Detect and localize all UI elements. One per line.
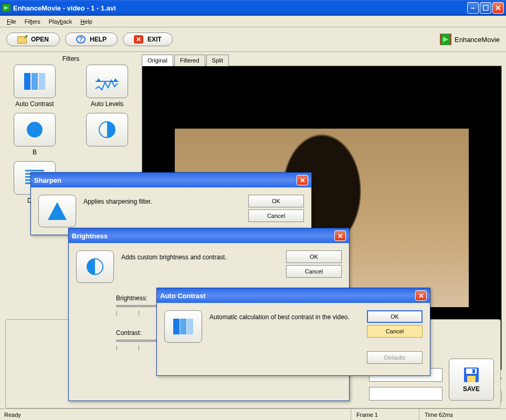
dialog-sharpen-title: Sharpen: [34, 176, 61, 184]
tab-filtered[interactable]: Filtered: [174, 55, 205, 66]
bars-icon: [172, 317, 195, 337]
dialog-autocontrast-close[interactable]: ✕: [415, 290, 427, 301]
status-frame: Frame 1: [351, 409, 419, 420]
menu-bar: File Filters Playback Help: [0, 16, 506, 27]
exit-icon: ✕: [134, 35, 143, 44]
tab-split[interactable]: Split: [206, 55, 229, 66]
autocontrast-icon-box: [164, 310, 202, 343]
filter-auto-contrast-button[interactable]: [14, 65, 56, 98]
menu-help[interactable]: Help: [76, 17, 97, 26]
dialog-brightness-desc: Adds custom brightness and contrast.: [121, 250, 279, 283]
autocontrast-defaults-button: Defaults: [367, 351, 423, 364]
help-label: HELP: [90, 36, 107, 43]
filter-contrast-button[interactable]: [86, 113, 128, 146]
filter-label: B: [33, 149, 37, 156]
dialog-sharpen-titlebar[interactable]: Sharpen ✕: [31, 173, 311, 187]
input-field-2[interactable]: [369, 387, 442, 401]
minimize-button[interactable]: –: [467, 2, 479, 14]
filter-auto-levels-button[interactable]: [86, 65, 128, 98]
tick: |: [138, 310, 139, 316]
save-button[interactable]: SAVE: [449, 359, 494, 401]
half-circle-icon: [94, 119, 120, 140]
svg-rect-2: [39, 73, 45, 90]
status-bar: Ready Frame 1 Time 62ms: [0, 408, 506, 420]
dialog-autocontrast-desc: Automatic calculation of best contrast i…: [209, 310, 360, 364]
dialog-autocontrast: Auto Contrast ✕ Automatic calculation of…: [156, 288, 430, 376]
exit-label: EXIT: [147, 36, 162, 43]
brightness-ok-button[interactable]: OK: [286, 250, 342, 263]
sharpen-cancel-button[interactable]: Cancel: [248, 209, 304, 222]
close-button[interactable]: ✕: [492, 2, 504, 14]
brand-label: EnhanceMovie: [455, 36, 500, 44]
svg-rect-19: [173, 319, 180, 334]
save-icon: [463, 366, 480, 383]
brightness-icon-box: [76, 250, 114, 283]
open-button[interactable]: OPEN: [6, 33, 60, 46]
dialog-brightness-close[interactable]: ✕: [334, 230, 346, 241]
menu-playback[interactable]: Playback: [45, 17, 77, 26]
levels-icon: [94, 71, 120, 92]
open-label: OPEN: [31, 36, 49, 43]
svg-marker-5: [113, 78, 118, 81]
window-title: EnhanceMovie - video - 1 - 1.avi: [13, 4, 467, 12]
filter-brightness-button[interactable]: [14, 113, 56, 146]
toolbar: OPEN ? HELP ✕ EXIT EnhanceMovie: [0, 27, 506, 52]
half-circle-icon: [83, 257, 107, 277]
dialog-autocontrast-titlebar[interactable]: Auto Contrast ✕: [157, 288, 430, 303]
sharpen-icon-box: [38, 195, 76, 227]
filter-label: Auto Contrast: [15, 100, 54, 108]
svg-rect-0: [24, 73, 30, 90]
tick: |: [138, 345, 139, 350]
sharpen-ok-button[interactable]: OK: [248, 195, 304, 207]
dialog-sharpen-close[interactable]: ✕: [297, 175, 308, 185]
svg-rect-1: [31, 73, 38, 90]
app-icon: [2, 4, 10, 12]
brand-icon: [440, 34, 451, 45]
filters-title: Filters: [6, 55, 135, 65]
dialog-autocontrast-title: Auto Contrast: [160, 292, 206, 300]
folder-open-icon: [17, 35, 27, 44]
svg-marker-4: [97, 78, 101, 81]
status-ready: Ready: [3, 409, 351, 420]
status-time: Time 62ms: [419, 409, 503, 420]
autocontrast-cancel-button[interactable]: Cancel: [367, 325, 423, 338]
svg-rect-21: [187, 319, 193, 334]
svg-marker-17: [48, 202, 67, 220]
svg-rect-16: [472, 369, 475, 373]
save-label: SAVE: [463, 385, 480, 393]
help-button[interactable]: ? HELP: [65, 33, 118, 46]
bars-icon: [22, 71, 47, 92]
dialog-brightness-titlebar[interactable]: Brightness ✕: [69, 228, 349, 243]
autocontrast-ok-button[interactable]: OK: [367, 310, 423, 323]
title-bar: EnhanceMovie - video - 1 - 1.avi – ☐ ✕: [0, 0, 506, 16]
svg-rect-15: [467, 376, 476, 382]
filter-label: Auto Levels: [91, 100, 124, 108]
tick: |: [116, 310, 117, 316]
dialog-sharpen-desc: Applies sharpening filter.: [83, 195, 241, 227]
brightness-cancel-button[interactable]: Cancel: [286, 265, 342, 278]
menu-filters[interactable]: Filters: [20, 17, 45, 26]
tick: |: [116, 345, 117, 350]
maximize-button[interactable]: ☐: [480, 2, 491, 14]
dialog-brightness-title: Brightness: [72, 232, 108, 240]
triangle-icon: [46, 201, 69, 221]
menu-file[interactable]: File: [3, 17, 20, 26]
tab-original[interactable]: Original: [142, 55, 173, 66]
exit-button[interactable]: ✕ EXIT: [123, 33, 173, 46]
svg-rect-20: [180, 319, 186, 334]
view-tabs: Original Filtered Split: [142, 54, 502, 66]
svg-point-6: [27, 122, 43, 138]
help-icon: ?: [76, 35, 86, 44]
circle-icon: [22, 119, 47, 140]
brand: EnhanceMovie: [440, 34, 500, 45]
dialog-sharpen: Sharpen ✕ Applies sharpening filter. OK …: [30, 172, 312, 235]
